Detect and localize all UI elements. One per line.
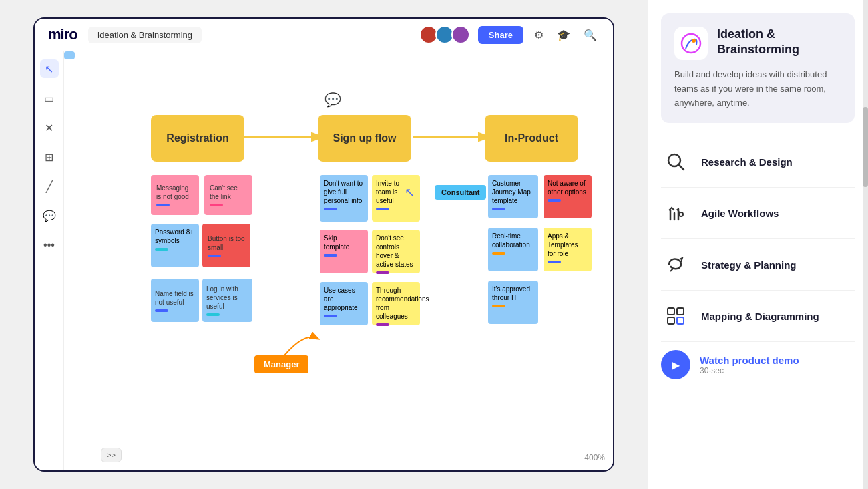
featured-card-header: Ideation & Brainstorming: [674, 27, 841, 60]
board-container: miro Ideation & Brainstorming Share ⚙ 🎓 …: [33, 17, 614, 472]
left-toolbar: ↖ ▭ ✕ ⊞ ╱ 💬 •••: [35, 51, 64, 470]
cursor-tool[interactable]: ↖: [40, 59, 59, 78]
sidebar-item-mapping[interactable]: Mapping & Diagramming: [661, 291, 855, 342]
sticky-not-aware[interactable]: Not aware of other options: [544, 175, 592, 218]
sticky-invite-team[interactable]: Invite to team is useful: [372, 175, 420, 222]
svg-rect-9: [677, 308, 684, 315]
svg-rect-8: [668, 308, 674, 315]
svg-point-2: [682, 34, 700, 53]
board-title[interactable]: Ideation & Brainstorming: [88, 27, 202, 43]
comment-tool[interactable]: 💬: [40, 206, 59, 225]
sticky-apps-templates[interactable]: Apps & Templates for role: [544, 228, 592, 271]
sticky-button-small[interactable]: Button is too small: [202, 224, 250, 267]
node-signup[interactable]: Sign up flow: [318, 115, 411, 162]
share-button[interactable]: Share: [478, 26, 523, 44]
featured-card: Ideation & Brainstorming Build and devel…: [661, 13, 855, 123]
search-icon[interactable]: 🔍: [581, 26, 600, 44]
scrollbar-thumb[interactable]: [863, 107, 868, 187]
node-registration[interactable]: Registration: [151, 115, 244, 162]
svg-point-3: [692, 39, 696, 43]
sidebar-item-mapping-label: Mapping & Diagramming: [701, 311, 819, 322]
svg-line-5: [679, 165, 684, 170]
consultant-label[interactable]: Consultant: [435, 185, 486, 200]
miro-logo: miro: [48, 26, 77, 43]
svg-rect-11: [677, 317, 684, 324]
line-tool[interactable]: ╱: [40, 177, 59, 196]
featured-icon: [674, 27, 708, 60]
strategy-icon: [661, 250, 690, 279]
main-area: miro Ideation & Brainstorming Share ⚙ 🎓 …: [0, 0, 648, 489]
board-header: miro Ideation & Brainstorming Share ⚙ 🎓 …: [35, 19, 613, 51]
sticky-journey-map[interactable]: Customer Journey Map template: [488, 175, 538, 218]
sidebar-item-research-label: Research & Design: [701, 156, 793, 168]
featured-title: Ideation & Brainstorming: [717, 27, 841, 58]
sticky-password-2[interactable]: Password 8+ symbols: [151, 224, 199, 267]
sticky-name-field[interactable]: Name field is not useful: [151, 279, 199, 322]
header-right: Share ⚙ 🎓 🔍: [419, 25, 600, 44]
sticky-use-cases[interactable]: Use cases are appropriate: [320, 282, 368, 325]
sidebar-item-strategy[interactable]: Strategy & Planning: [661, 239, 855, 291]
board-content: ↖ ▭ ✕ ⊞ ╱ 💬 •••: [35, 51, 613, 470]
svg-rect-10: [668, 317, 674, 324]
sticky-skip-template[interactable]: Skip template: [320, 230, 368, 273]
sticky-approved-it[interactable]: It's approved throur IT: [488, 281, 538, 324]
agile-icon: [661, 198, 690, 228]
research-icon: [661, 147, 690, 176]
sticky-cant-see[interactable]: Can't see the link: [204, 175, 252, 215]
sticky-personal-info[interactable]: Don't want to give full personal info: [320, 175, 368, 222]
watch-demo-title: Watch product demo: [700, 355, 799, 366]
watch-demo[interactable]: ▶ Watch product demo 30-sec: [661, 342, 855, 387]
chat-bubble-icon: 💬: [324, 92, 341, 108]
play-button[interactable]: ▶: [661, 350, 690, 379]
scrollbar-track: [863, 0, 868, 489]
more-tool[interactable]: •••: [40, 236, 59, 255]
sidebar-item-strategy-label: Strategy & Planning: [701, 259, 797, 271]
zoom-level: 400%: [584, 453, 605, 462]
watch-demo-subtitle: 30-sec: [700, 366, 799, 375]
sticky-realtime[interactable]: Real-time collaboration: [488, 228, 538, 271]
table-tool[interactable]: ⊞: [40, 148, 59, 166]
collapse-button[interactable]: >>: [101, 448, 122, 462]
sticky-recommendations[interactable]: Through recommendations from colleagues: [372, 282, 420, 325]
sidebar-item-agile-label: Agile Workflows: [701, 208, 779, 219]
node-inproduct[interactable]: In-Product: [485, 115, 578, 162]
manager-label[interactable]: Manager: [254, 355, 308, 373]
sticky-messaging[interactable]: Messaging is not good: [151, 175, 199, 215]
sidebar-item-agile[interactable]: Agile Workflows: [661, 188, 855, 239]
education-icon[interactable]: 🎓: [554, 26, 573, 44]
mapping-icon: [661, 301, 690, 331]
sticky-password[interactable]: Password 8+ symbols: [64, 51, 75, 59]
featured-desc: Build and develop ideas with distributed…: [674, 68, 841, 110]
sticky-no-controls[interactable]: Don't see controls hover & active states: [372, 230, 420, 273]
frame-tool[interactable]: ✕: [40, 118, 59, 137]
sticky-tool[interactable]: ▭: [40, 89, 59, 108]
avatar-3: [451, 25, 470, 44]
watch-demo-text: Watch product demo 30-sec: [700, 355, 799, 375]
canvas-area[interactable]: 💬 Registration Sign up flow In-Product M…: [64, 51, 613, 470]
avatars: [419, 25, 470, 44]
right-sidebar: Ideation & Brainstorming Build and devel…: [648, 0, 868, 489]
sidebar-item-research[interactable]: Research & Design: [661, 136, 855, 188]
svg-line-7: [670, 269, 673, 271]
sticky-login-services[interactable]: Log in with services is useful: [202, 279, 252, 322]
settings-icon[interactable]: ⚙: [531, 26, 546, 44]
